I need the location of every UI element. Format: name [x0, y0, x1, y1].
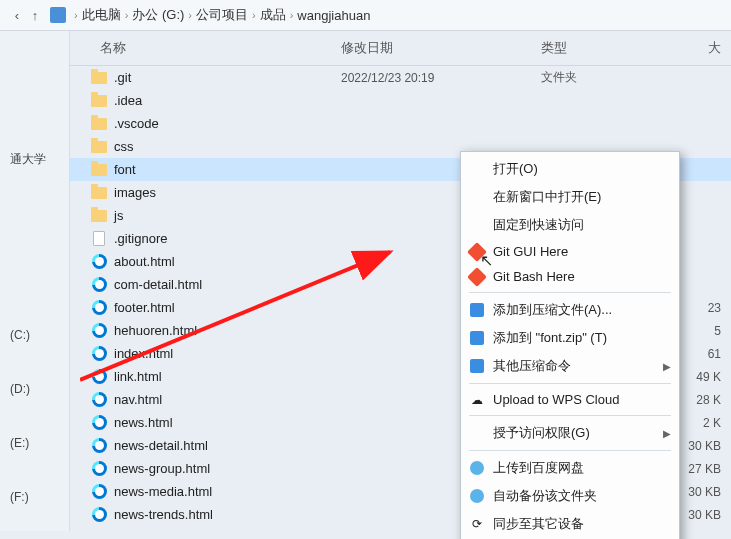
sidebar-item[interactable]: (F:)	[0, 470, 69, 524]
sync-icon: ⟳	[469, 516, 485, 532]
archive-icon	[469, 330, 485, 346]
menu-item-label: 在新窗口中打开(E)	[493, 188, 601, 206]
file-name: .gitignore	[114, 231, 341, 246]
up-button[interactable]: ↑	[28, 8, 42, 22]
menu-item[interactable]: Git GUI Here	[461, 239, 679, 264]
edge-icon	[90, 369, 108, 385]
edge-icon	[90, 484, 108, 500]
sidebar-item[interactable]: (C:)	[0, 308, 69, 362]
col-modified-header[interactable]: 修改日期	[341, 39, 541, 57]
sidebar-item[interactable]: 通大学	[0, 131, 69, 188]
col-type-header[interactable]: 类型	[541, 39, 671, 57]
file-name: hehuoren.html	[114, 323, 341, 338]
file-list-pane: 名称 修改日期 类型 大 .git2022/12/23 20:19文件夹.ide…	[70, 31, 731, 531]
folder-icon	[90, 208, 108, 224]
edge-icon	[90, 507, 108, 523]
edge-icon	[90, 415, 108, 431]
file-name: news-detail.html	[114, 438, 341, 453]
crumb-item[interactable]: 成品	[260, 6, 286, 24]
sidebar-item[interactable]: (D:)	[0, 362, 69, 416]
file-size: 30 KB	[671, 508, 731, 522]
file-size: 30 KB	[671, 439, 731, 453]
menu-item[interactable]: ☁Upload to WPS Cloud	[461, 387, 679, 412]
menu-item[interactable]: 添加到压缩文件(A)...	[461, 296, 679, 324]
menu-item-label: 添加到压缩文件(A)...	[493, 301, 612, 319]
menu-item-label: 同步至其它设备	[493, 515, 584, 533]
file-size: 49 K	[671, 370, 731, 384]
folder-icon	[90, 93, 108, 109]
file-name: .idea	[114, 93, 341, 108]
menu-item[interactable]: Git Bash Here	[461, 264, 679, 289]
edge-icon	[90, 277, 108, 293]
file-name: .git	[114, 70, 341, 85]
menu-item-label: 上传到百度网盘	[493, 459, 584, 477]
crumb-item[interactable]: 此电脑	[82, 6, 121, 24]
file-name: index.html	[114, 346, 341, 361]
edge-icon	[90, 300, 108, 316]
chevron-right-icon: ›	[74, 9, 78, 21]
file-name: nav.html	[114, 392, 341, 407]
file-name: footer.html	[114, 300, 341, 315]
crumb-item[interactable]: wangjiahuan	[297, 8, 370, 23]
folder-icon	[90, 185, 108, 201]
file-row[interactable]: .git2022/12/23 20:19文件夹	[70, 66, 731, 89]
edge-icon	[90, 254, 108, 270]
file-name: .vscode	[114, 116, 341, 131]
git-icon	[469, 244, 485, 260]
file-name: about.html	[114, 254, 341, 269]
file-type: 文件夹	[541, 69, 671, 86]
edge-icon	[90, 438, 108, 454]
file-row[interactable]: .idea	[70, 89, 731, 112]
chevron-right-icon: ›	[252, 9, 256, 21]
menu-item-label: 其他压缩命令	[493, 357, 571, 375]
menu-item-label: Git GUI Here	[493, 244, 568, 259]
sidebar-item[interactable]: (E:)	[0, 416, 69, 470]
breadcrumb[interactable]: ‹ ↑ › 此电脑 › 办公 (G:) › 公司项目 › 成品 › wangji…	[0, 0, 731, 31]
archive-icon	[469, 302, 485, 318]
menu-item[interactable]: 固定到快速访问	[461, 211, 679, 239]
chevron-right-icon: ›	[290, 9, 294, 21]
file-name: js	[114, 208, 341, 223]
menu-item[interactable]: 其他压缩命令▶	[461, 352, 679, 380]
col-name-header[interactable]: 名称	[70, 39, 341, 57]
menu-item[interactable]: 上传到百度网盘	[461, 454, 679, 482]
file-name: news-trends.html	[114, 507, 341, 522]
menu-item[interactable]: 授予访问权限(G)▶	[461, 419, 679, 447]
file-name: news.html	[114, 415, 341, 430]
folder-icon	[90, 116, 108, 132]
menu-item[interactable]: 添加到 "font.zip" (T)	[461, 324, 679, 352]
menu-item-label: 授予访问权限(G)	[493, 424, 590, 442]
menu-separator	[469, 415, 671, 416]
menu-separator	[469, 292, 671, 293]
menu-item[interactable]: 在新窗口中打开(E)	[461, 183, 679, 211]
crumb-item[interactable]: 办公 (G:)	[132, 6, 184, 24]
file-name: font	[114, 162, 341, 177]
menu-item[interactable]: ⟳同步至其它设备	[461, 510, 679, 538]
file-size: 27 KB	[671, 462, 731, 476]
cloud-icon: ☁	[469, 392, 485, 408]
file-name: news-media.html	[114, 484, 341, 499]
file-name: images	[114, 185, 341, 200]
menu-item-label: Upload to WPS Cloud	[493, 392, 619, 407]
file-modified: 2022/12/23 20:19	[341, 71, 541, 85]
file-row[interactable]: .vscode	[70, 112, 731, 135]
menu-item-label: Git Bash Here	[493, 269, 575, 284]
file-name: link.html	[114, 369, 341, 384]
chevron-right-icon: ›	[188, 9, 192, 21]
context-menu: 打开(O)在新窗口中打开(E)固定到快速访问Git GUI HereGit Ba…	[460, 151, 680, 539]
folder-icon	[90, 70, 108, 86]
file-size: 23	[671, 301, 731, 315]
menu-item[interactable]: 自动备份该文件夹	[461, 482, 679, 510]
col-size-header[interactable]: 大	[671, 39, 731, 57]
file-size: 2 K	[671, 416, 731, 430]
menu-item-label: 添加到 "font.zip" (T)	[493, 329, 607, 347]
file-name: com-detail.html	[114, 277, 341, 292]
file-name: news-group.html	[114, 461, 341, 476]
edge-icon	[90, 323, 108, 339]
file-name: css	[114, 139, 341, 154]
crumb-item[interactable]: 公司项目	[196, 6, 248, 24]
archive-icon	[469, 358, 485, 374]
back-button[interactable]: ‹	[10, 8, 24, 22]
menu-item[interactable]: 打开(O)	[461, 155, 679, 183]
column-headers[interactable]: 名称 修改日期 类型 大	[70, 31, 731, 66]
